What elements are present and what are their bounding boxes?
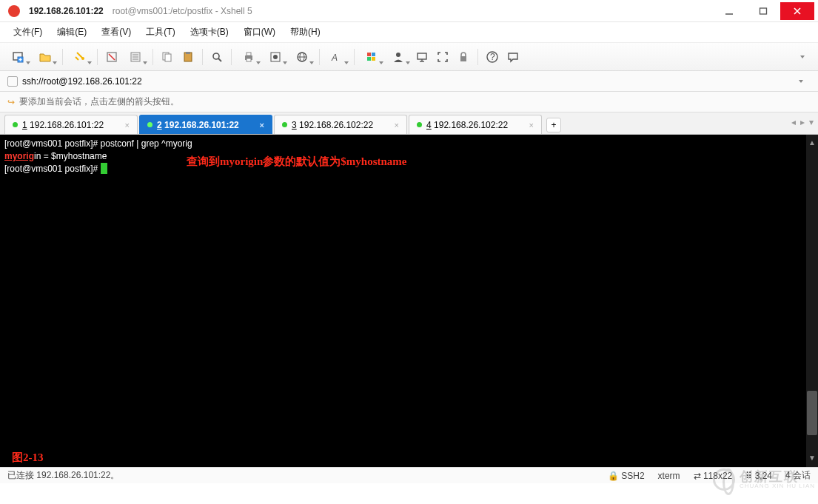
paste-button[interactable]: [178, 47, 198, 67]
svg-rect-5: [18, 57, 23, 62]
svg-point-39: [487, 52, 497, 62]
scroll-down-icon[interactable]: ▼: [808, 450, 816, 466]
chat-button[interactable]: [503, 47, 523, 67]
tab-scroll-left-icon[interactable]: ◂: [791, 117, 796, 127]
status-sessions: 4 会话: [785, 469, 811, 482]
tab-label: 3 192.168.26.102:22: [292, 120, 373, 130]
watermark-text-en: CHUANG XIN HU LIAN: [740, 483, 815, 489]
status-dot-icon: [282, 122, 287, 127]
status-dot-icon: [147, 122, 152, 127]
app-icon: [8, 5, 20, 17]
find-button[interactable]: [207, 47, 227, 67]
font-button[interactable]: A: [324, 47, 349, 67]
maximize-button[interactable]: [746, 2, 780, 20]
disconnect-button[interactable]: [102, 47, 121, 67]
svg-rect-17: [184, 53, 192, 61]
close-button[interactable]: [780, 2, 814, 20]
svg-rect-1: [760, 8, 767, 14]
menu-tabs[interactable]: 选项卡(B): [184, 23, 235, 41]
tab-label: 2 192.168.26.101:22: [157, 120, 239, 130]
menu-view[interactable]: 查看(V): [95, 23, 137, 41]
toolbar-separator: [319, 49, 320, 65]
terminal-line: [root@vms001 postfix]# postconf | grep ^…: [4, 138, 814, 150]
svg-rect-35: [418, 53, 426, 59]
svg-point-34: [396, 53, 400, 57]
terminal-scrollbar[interactable]: ▲ ▼: [806, 135, 818, 467]
svg-rect-33: [372, 57, 375, 61]
window-title-main: 192.168.26.101:22: [29, 6, 104, 16]
terminal-line: myorigin = $myhostname: [4, 150, 814, 163]
language-button[interactable]: [289, 47, 315, 67]
svg-rect-38: [460, 56, 466, 61]
color-scheme-button[interactable]: [359, 47, 384, 67]
svg-rect-15: [163, 53, 169, 60]
session-tab-1[interactable]: 1 192.168.26.101:22×: [4, 115, 138, 134]
scroll-thumb[interactable]: [807, 391, 817, 435]
svg-line-10: [109, 54, 115, 60]
menu-help[interactable]: 帮助(H): [284, 23, 326, 41]
add-arrow-icon[interactable]: ↪: [7, 97, 15, 107]
menu-file[interactable]: 文件(F): [7, 23, 48, 41]
close-tab-icon[interactable]: ×: [529, 121, 534, 130]
svg-rect-18: [186, 52, 190, 54]
terminal[interactable]: [root@vms001 postfix]# postconf | grep ^…: [0, 135, 818, 467]
print-button[interactable]: [236, 47, 261, 67]
status-connection: 已连接 192.168.26.101:22。: [7, 469, 119, 482]
svg-point-25: [273, 55, 278, 59]
svg-line-20: [218, 58, 221, 61]
address-overflow-button[interactable]: [791, 72, 811, 91]
svg-rect-16: [165, 54, 171, 61]
toolbar-separator: [354, 49, 355, 65]
open-button[interactable]: [33, 47, 58, 67]
fullscreen-button[interactable]: [433, 47, 452, 67]
close-tab-icon[interactable]: ×: [260, 121, 264, 130]
terminal-line: [root@vms001 postfix]#: [4, 163, 814, 175]
svg-rect-30: [367, 53, 371, 56]
menu-window[interactable]: 窗口(W): [238, 23, 281, 41]
scroll-up-icon[interactable]: ▲: [808, 135, 816, 150]
session-tab-2[interactable]: 2 192.168.26.101:22×: [139, 115, 272, 134]
toolbar-separator: [62, 49, 63, 65]
copy-button[interactable]: [158, 47, 177, 67]
toolbar: A ?: [0, 43, 818, 71]
svg-point-8: [81, 57, 84, 60]
svg-text:A: A: [331, 53, 338, 63]
toolbar-separator: [152, 49, 153, 65]
lock-button[interactable]: [454, 47, 473, 67]
toolbar-separator: [477, 49, 478, 65]
new-tab-button[interactable]: +: [546, 118, 561, 132]
help-button[interactable]: ?: [483, 47, 502, 67]
reconnect-button[interactable]: [67, 47, 93, 67]
tab-scroll-right-icon[interactable]: ▸: [800, 117, 805, 127]
properties-button[interactable]: [123, 47, 148, 67]
address-text[interactable]: ssh://root@192.168.26.101:22: [22, 76, 787, 87]
svg-rect-24: [271, 53, 280, 61]
new-session-button[interactable]: [6, 47, 31, 67]
status-cursor-pos: ⠿ 3,24: [745, 471, 772, 481]
toolbar-separator: [97, 49, 98, 65]
menu-bar: 文件(F) 编辑(E) 查看(V) 工具(T) 选项卡(B) 窗口(W) 帮助(…: [0, 22, 818, 43]
hint-text: 要添加当前会话，点击左侧的箭头按钮。: [19, 95, 179, 108]
status-protocol: 🔒 SSH2: [608, 471, 645, 481]
status-bar: 已连接 192.168.26.101:22。 🔒 SSH2 xterm ⇄ 11…: [0, 467, 818, 483]
menu-tools[interactable]: 工具(T): [140, 23, 181, 41]
session-tab-3[interactable]: 3 192.168.26.102:22×: [274, 115, 407, 134]
toolbar-separator: [231, 49, 232, 65]
svg-rect-31: [372, 53, 375, 56]
address-bar: ssh://root@192.168.26.101:22: [0, 71, 818, 92]
hint-bar: ↪ 要添加当前会话，点击左侧的箭头按钮。: [0, 92, 818, 112]
session-properties-button[interactable]: [263, 47, 288, 67]
tab-list-icon[interactable]: ▾: [809, 117, 814, 127]
minimize-button[interactable]: [712, 2, 746, 20]
close-tab-icon[interactable]: ×: [125, 121, 130, 130]
host-button[interactable]: [412, 47, 432, 67]
svg-rect-22: [247, 53, 251, 56]
figure-label: 图2-13: [12, 451, 44, 464]
svg-text:?: ?: [490, 52, 495, 62]
user-button[interactable]: [386, 47, 411, 67]
close-tab-icon[interactable]: ×: [395, 121, 399, 130]
session-tab-4[interactable]: 4 192.168.26.102:22×: [409, 115, 542, 134]
toolbar-overflow-button[interactable]: [793, 47, 812, 67]
menu-edit[interactable]: 编辑(E): [51, 23, 93, 41]
protocol-icon: [7, 76, 18, 87]
